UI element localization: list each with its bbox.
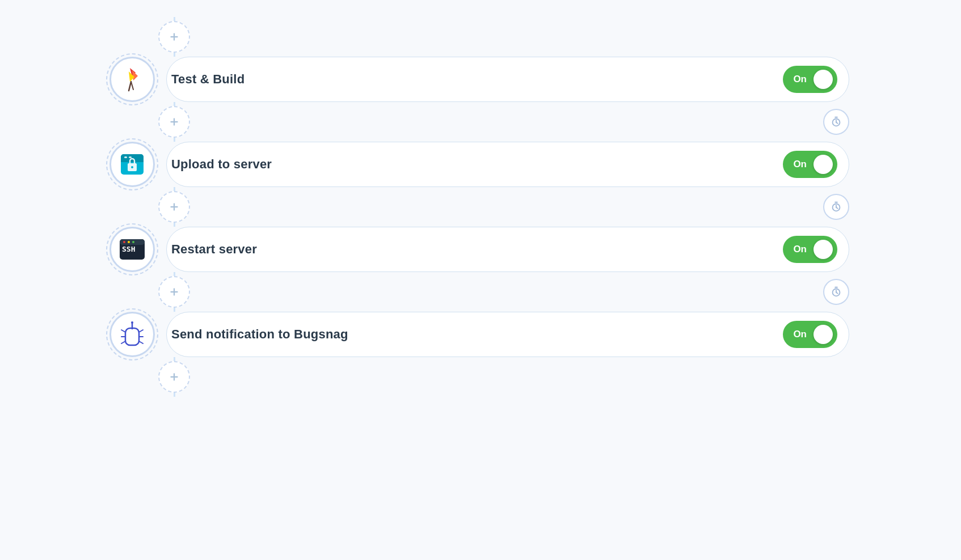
svg-marker-3 [132,70,138,80]
step-icon-bg-test-build [109,57,155,102]
maven-icon [117,65,147,94]
step-card-test-build: Test & Build On [166,57,849,102]
bottom-add-row [112,357,849,397]
step-row-bugsnag: Send notification to Bugsnag On [112,312,849,357]
toggle-knob-restart-server [814,240,833,259]
step-card-restart-server: Restart server On [166,227,849,272]
step-icon-wrapper-bugsnag [109,312,155,357]
svg-line-40 [139,341,143,343]
svg-point-17 [131,166,133,168]
toggle-test-build[interactable]: On [783,66,837,93]
step-icon-wrapper-upload-server [109,142,155,187]
svg-rect-13 [121,160,144,162]
svg-point-26 [128,241,130,243]
connector-content-1 [158,106,849,138]
connector-content-2 [158,191,849,223]
step-label-test-build: Test & Build [171,72,783,87]
toggle-bugsnag[interactable]: On [783,321,837,348]
toggle-label-bugsnag: On [793,329,807,340]
svg-line-35 [121,330,125,332]
step-icon-bg-upload-server [109,142,155,187]
step-icon-wrapper-restart-server: SSH [109,227,155,272]
step-label-restart-server: Restart server [171,242,783,257]
timer-badge-3[interactable] [823,279,849,305]
connector-row-3 [112,272,849,312]
step-card-bugsnag: Send notification to Bugsnag On [166,312,849,357]
pipeline-container: Test & Build On [112,11,849,397]
top-connector-content [158,21,849,53]
connector-content-3 [158,276,849,308]
add-step-bottom-button[interactable] [158,361,190,393]
ftp-icon [117,150,147,179]
step-row-restart-server: SSH Restart server On [112,227,849,272]
top-add-row [112,17,849,57]
step-icon-bg-bugsnag [109,312,155,357]
ssh-icon: SSH [117,235,147,264]
step-label-upload-server: Upload to server [171,157,783,172]
step-label-bugsnag: Send notification to Bugsnag [171,327,783,342]
add-step-top-button[interactable] [158,21,190,53]
add-step-button-3[interactable] [158,276,190,308]
svg-text:SSH: SSH [122,245,135,253]
toggle-knob-test-build [814,70,833,89]
svg-rect-14 [124,156,127,158]
step-icon-bg-restart-server: SSH [109,227,155,272]
connector-row-2 [112,187,849,227]
toggle-knob-upload-server [814,155,833,174]
svg-rect-15 [129,156,132,158]
toggle-label-upload-server: On [793,159,807,170]
toggle-upload-server[interactable]: On [783,151,837,178]
connector-row-1 [112,102,849,142]
svg-line-37 [121,341,125,343]
svg-point-27 [132,241,134,243]
toggle-knob-bugsnag [814,325,833,344]
timer-badge-1[interactable] [823,109,849,135]
toggle-restart-server[interactable]: On [783,236,837,263]
step-row-upload-server: Upload to server On [112,142,849,187]
toggle-label-restart-server: On [793,244,807,255]
step-icon-wrapper-test-build [109,57,155,102]
bottom-connector-content [158,361,849,393]
svg-line-6 [131,82,133,90]
toggle-label-test-build: On [793,74,807,85]
svg-line-38 [139,330,143,332]
add-step-button-2[interactable] [158,191,190,223]
svg-line-5 [129,82,131,91]
add-step-button-1[interactable] [158,106,190,138]
bugsnag-icon [117,320,147,349]
svg-point-33 [131,321,133,324]
svg-point-25 [123,241,125,243]
timer-badge-2[interactable] [823,194,849,220]
step-card-upload-server: Upload to server On [166,142,849,187]
step-row-test-build: Test & Build On [112,57,849,102]
svg-rect-34 [125,328,139,345]
